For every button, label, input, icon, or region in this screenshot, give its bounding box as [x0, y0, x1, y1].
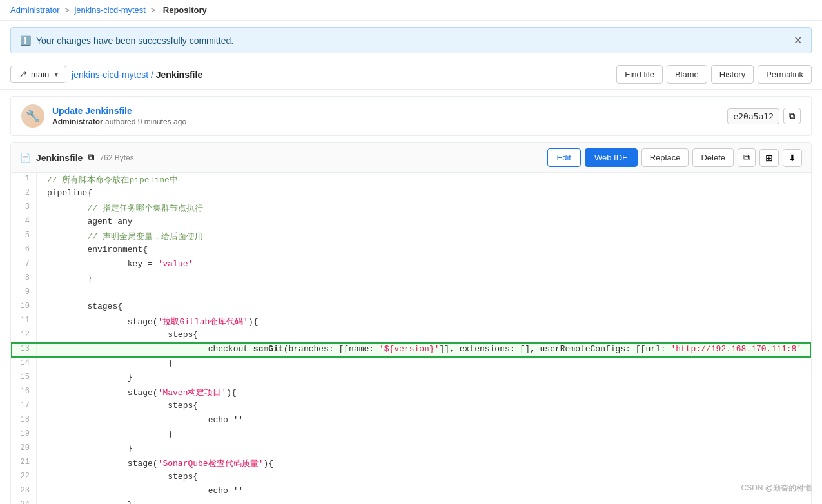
file-icon: 📄 — [20, 153, 31, 163]
line-content: } — [37, 428, 811, 442]
file-viewer: 📄 Jenkinsfile ⧉ 762 Bytes Edit Web IDE R… — [10, 142, 812, 504]
line-number: 10 — [11, 300, 37, 315]
line-number: 23 — [11, 485, 37, 499]
code-line: 18 echo '' — [11, 414, 811, 428]
line-content: } — [37, 357, 811, 371]
file-breadcrumb: jenkins-cicd-mytest / Jenkinsfile — [72, 70, 202, 80]
raw-icon-button[interactable]: ⊞ — [759, 149, 779, 167]
web-ide-button[interactable]: Web IDE — [585, 148, 638, 167]
code-line: 12 steps{ — [11, 329, 811, 343]
line-content: stage('拉取Gitlab仓库代码'){ — [37, 315, 811, 329]
file-path-area: ⎇ main ▼ jenkins-cicd-mytest / Jenkinsfi… — [10, 66, 202, 83]
line-number: 4 — [11, 215, 37, 229]
branch-selector[interactable]: ⎇ main ▼ — [10, 66, 66, 83]
line-number: 19 — [11, 428, 37, 442]
line-content: steps{ — [37, 329, 811, 343]
line-number: 24 — [11, 499, 37, 504]
file-toolbar: ⎇ main ▼ jenkins-cicd-mytest / Jenkinsfi… — [0, 60, 822, 90]
banner-content: ℹ️ Your changes have been successfully c… — [20, 35, 233, 46]
breadcrumb-current: Repository — [163, 5, 207, 15]
line-content: stage('SonarQube检查代码质量'){ — [37, 456, 811, 470]
file-path-repo[interactable]: jenkins-cicd-mytest / — [72, 70, 153, 80]
branch-icon: ⎇ — [17, 70, 27, 79]
code-line: 17 steps{ — [11, 400, 811, 414]
file-toolbar-buttons: Find file Blame History Permalink — [616, 65, 812, 84]
download-icon-button[interactable]: ⬇ — [783, 149, 802, 167]
code-line: 10 stages{ — [11, 300, 811, 315]
line-number: 22 — [11, 470, 37, 485]
avatar-icon: 🔧 — [26, 109, 40, 123]
line-content: // 指定任务哪个集群节点执行 — [37, 201, 811, 215]
line-content: // 声明全局变量，给后面使用 — [37, 229, 811, 244]
line-number: 5 — [11, 229, 37, 244]
line-content: } — [37, 371, 811, 385]
copy-icon-button[interactable]: ⧉ — [738, 148, 756, 167]
code-line: 19 } — [11, 428, 811, 442]
code-line: 22 steps{ — [11, 470, 811, 485]
line-number: 11 — [11, 315, 37, 329]
line-number: 7 — [11, 258, 37, 272]
line-content: steps{ — [37, 400, 811, 414]
delete-button[interactable]: Delete — [692, 148, 734, 167]
breadcrumb-admin[interactable]: Administrator — [10, 5, 60, 15]
line-number: 12 — [11, 329, 37, 343]
code-line: 3 // 指定任务哪个集群节点执行 — [11, 201, 811, 215]
copy-path-icon: ⧉ — [88, 152, 94, 163]
history-button[interactable]: History — [711, 65, 754, 84]
edit-button[interactable]: Edit — [547, 148, 581, 167]
line-number: 2 — [11, 187, 37, 201]
code-line: 9 — [11, 286, 811, 300]
line-number: 16 — [11, 385, 37, 400]
line-content: agent any — [37, 215, 811, 229]
code-line: 4 agent any — [11, 215, 811, 229]
line-number: 17 — [11, 400, 37, 414]
code-line: 2pipeline{ — [11, 187, 811, 201]
line-content: } — [37, 499, 811, 504]
line-content: } — [37, 442, 811, 456]
line-content: pipeline{ — [37, 187, 811, 201]
banner-close-button[interactable]: ✕ — [794, 34, 802, 46]
line-content: steps{ — [37, 470, 811, 485]
blame-button[interactable]: Blame — [667, 65, 707, 84]
breadcrumb-repo[interactable]: jenkins-cicd-mytest — [74, 5, 146, 15]
line-number: 8 — [11, 272, 37, 286]
code-line: 1// 所有脚本命令放在pipeline中 — [11, 173, 811, 187]
file-viewer-header: 📄 Jenkinsfile ⧉ 762 Bytes Edit Web IDE R… — [11, 143, 811, 173]
line-number: 13 — [11, 343, 37, 357]
commit-time: authored 9 minutes ago — [105, 117, 186, 126]
avatar: 🔧 — [21, 104, 44, 128]
info-icon: ℹ️ — [20, 35, 31, 46]
commit-card: 🔧 Update Jenkinsfile Administrator autho… — [10, 96, 812, 136]
line-content: stage('Maven构建项目'){ — [37, 385, 811, 400]
find-file-button[interactable]: Find file — [616, 65, 663, 84]
line-content: } — [37, 272, 811, 286]
commit-title[interactable]: Update Jenkinsfile — [52, 106, 186, 116]
file-size: 762 Bytes — [99, 153, 133, 162]
line-number: 20 — [11, 442, 37, 456]
code-line: 8 } — [11, 272, 811, 286]
replace-button[interactable]: Replace — [641, 148, 689, 167]
copy-hash-button[interactable]: ⧉ — [783, 108, 801, 124]
breadcrumb-sep2: > — [151, 5, 158, 15]
file-info: 📄 Jenkinsfile ⧉ 762 Bytes — [20, 152, 134, 163]
line-content: key = 'value' — [37, 258, 811, 272]
line-number: 14 — [11, 357, 37, 371]
permalink-button[interactable]: Permalink — [758, 65, 812, 84]
line-number: 1 — [11, 173, 37, 187]
code-line: 16 stage('Maven构建项目'){ — [11, 385, 811, 400]
line-number: 3 — [11, 201, 37, 215]
line-number: 18 — [11, 414, 37, 428]
line-content — [37, 286, 811, 300]
code-line: 5 // 声明全局变量，给后面使用 — [11, 229, 811, 244]
code-line: 15 } — [11, 371, 811, 385]
line-content: checkout scmGit(branches: [[name: '${ver… — [37, 343, 811, 357]
watermark: CSDN @勤奋的树懒 — [741, 483, 812, 494]
commit-hash-area: e20a5a12 ⧉ — [727, 108, 801, 124]
line-content: environment{ — [37, 244, 811, 258]
breadcrumb-sep1: > — [64, 5, 72, 15]
line-number: 21 — [11, 456, 37, 470]
chevron-down-icon: ▼ — [53, 71, 59, 78]
code-line: 20 } — [11, 442, 811, 456]
line-number: 6 — [11, 244, 37, 258]
code-line: 11 stage('拉取Gitlab仓库代码'){ — [11, 315, 811, 329]
